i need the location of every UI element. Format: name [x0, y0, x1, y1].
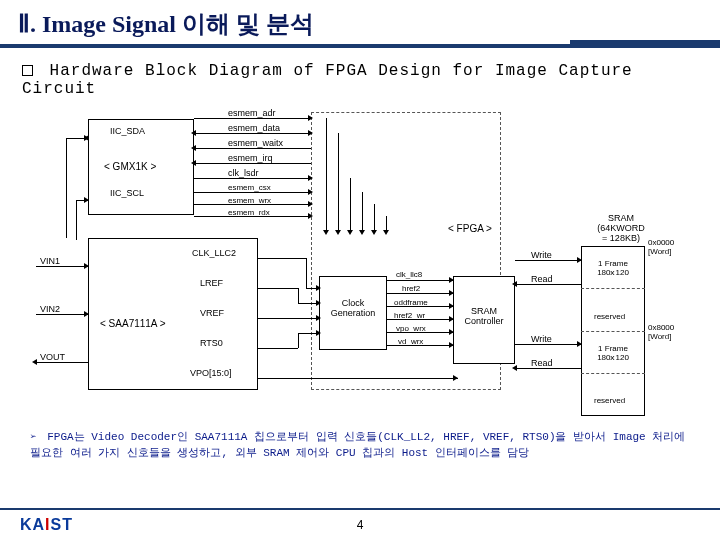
sram-title: SRAM(64KWORD= 128KB)	[586, 214, 656, 244]
lbl-write2: Write	[531, 334, 552, 344]
fpga-label: < FPGA >	[448, 223, 492, 234]
sram-div-1	[581, 288, 645, 289]
gmx1k-label: < GMX1K >	[104, 161, 156, 172]
lbl-write1: Write	[531, 250, 552, 260]
page-title: Ⅱ. Image Signal 이해 및 분석	[18, 8, 702, 40]
block-diagram: < GMX1K > < SAA7111A > < FPGA > ClockGen…	[26, 108, 694, 428]
lbl-iic-scl: IIC_SCL	[110, 188, 144, 198]
sram-div-2	[581, 331, 645, 332]
lbl-vref: VREF	[200, 308, 224, 318]
lbl-vin2: VIN2	[40, 304, 60, 314]
triangle-bullet-icon: ➢	[30, 431, 37, 443]
sram-reserved2: reserved	[594, 396, 625, 405]
sram-div-3	[581, 373, 645, 374]
kaist-logo: KAIST	[20, 516, 73, 534]
sramctrl-label: SRAMController	[458, 306, 510, 326]
lbl-lref: LREF	[200, 278, 223, 288]
lbl-rts0: RTS0	[200, 338, 223, 348]
lbl-clk-llc2: CLK_LLC2	[192, 248, 236, 258]
lbl-esmem-data: esmem_data	[228, 123, 280, 133]
subtitle-row: Hardware Block Diagram of FPGA Design fo…	[0, 48, 720, 104]
square-bullet-icon	[22, 65, 33, 76]
saa7111a-label: < SAA7111A >	[100, 318, 166, 329]
lbl-esmem-adr: esmem_adr	[228, 108, 276, 118]
lbl-vin1: VIN1	[40, 256, 60, 266]
title-bar: Ⅱ. Image Signal 이해 및 분석	[0, 0, 720, 48]
page-number: 4	[357, 518, 364, 532]
lbl-esmem-csx: esmem_csx	[228, 183, 271, 192]
sram-addr0: 0x0000[Word]	[648, 239, 674, 257]
lbl-vout: VOUT	[40, 352, 65, 362]
lbl-clk-lsdr: clk_lsdr	[228, 168, 259, 178]
footer: KAIST 4	[0, 508, 720, 540]
footnote-text: FPGA는 Video Decoder인 SAA7111A 칩으로부터 입력 신…	[30, 431, 685, 459]
clockgen-label: ClockGeneration	[324, 298, 382, 318]
sram-addr8000: 0x8000[Word]	[648, 324, 674, 342]
lbl-read2: Read	[531, 358, 553, 368]
lbl-iic-sda: IIC_SDA	[110, 126, 145, 136]
lbl-read1: Read	[531, 274, 553, 284]
lbl-href2: href2	[402, 284, 420, 293]
lbl-esmem-irq: esmem_irq	[228, 153, 273, 163]
lbl-esmem-waitx: esmem_waitx	[228, 138, 283, 148]
subtitle-text: Hardware Block Diagram of FPGA Design fo…	[22, 62, 633, 98]
sram-reserved1: reserved	[594, 312, 625, 321]
lbl-vpo: VPO[15:0]	[190, 368, 232, 378]
sram-frame2: 1 Frame180ⅹ120	[586, 345, 640, 363]
saa7111a-block	[88, 238, 258, 390]
lbl-clk-llc8: clk_llc8	[396, 270, 422, 279]
footnote: ➢ FPGA는 Video Decoder인 SAA7111A 칩으로부터 입력…	[30, 430, 690, 462]
sram-frame1: 1 Frame180ⅹ120	[586, 260, 640, 278]
